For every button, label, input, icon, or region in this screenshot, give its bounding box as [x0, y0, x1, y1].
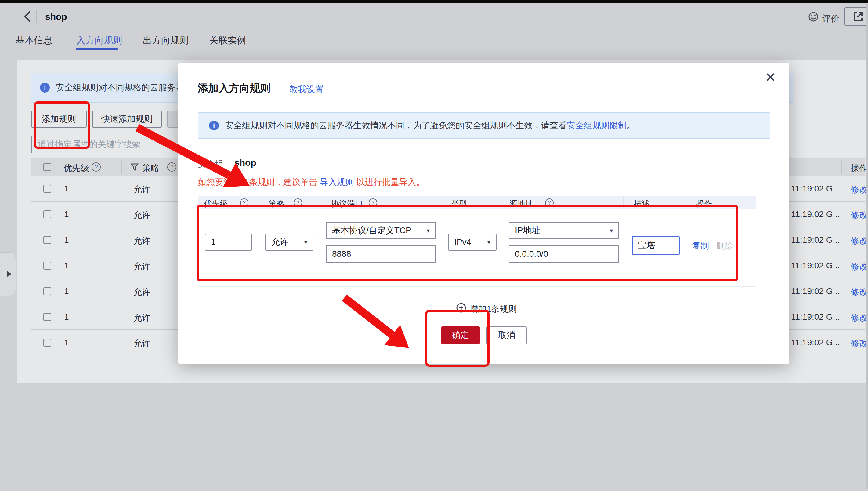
info-icon: i — [40, 83, 50, 92]
source-help-icon[interactable]: ? — [545, 199, 554, 207]
col-priority: 优先级 — [204, 199, 228, 209]
protocol-help-icon[interactable]: ? — [369, 199, 377, 207]
description-value: 宝塔 — [638, 240, 655, 251]
quick-add-rule-button[interactable]: 快速添加规则 — [92, 111, 162, 127]
header-divider — [323, 197, 323, 208]
system-top-bar — [0, 0, 868, 3]
row-time: 11:19:02 G... — [791, 338, 840, 347]
row-modify-link[interactable]: 修改 — [850, 209, 868, 221]
row-priority: 1 — [64, 184, 69, 194]
notice-text: 以进行批量导入。 — [354, 177, 425, 187]
protocol-select[interactable]: 基本协议/自定义TCP ▾ — [326, 222, 436, 239]
chevron-down-icon: ▾ — [304, 238, 307, 246]
row-policy: 允许 — [133, 209, 151, 221]
row-time: 11:19:02 G... — [791, 184, 840, 194]
tab-outbound-rules[interactable]: 出方向规则 — [143, 34, 189, 47]
column-action: 操作 — [850, 163, 868, 174]
row-checkbox[interactable] — [43, 287, 51, 295]
teach-me-link[interactable]: 教我设置 — [289, 84, 323, 95]
row-policy: 允许 — [133, 261, 151, 272]
row-priority: 1 — [64, 312, 69, 322]
col-protocol: 协议端口 — [331, 199, 363, 209]
tab-basic-info[interactable]: 基本信息 — [16, 34, 52, 47]
search-placeholder: 通过指定属性的关键字搜索 — [38, 139, 141, 150]
row-modify-link[interactable]: 修改 — [850, 286, 868, 298]
smiley-icon[interactable] — [808, 11, 818, 22]
row-priority: 1 — [64, 261, 69, 270]
dialog-title: 添加入方向规则 — [198, 81, 271, 95]
notice-text: 如您要添加多条规则，建议单击 — [198, 177, 320, 187]
row-time: 11:19:02 G... — [791, 209, 840, 219]
row-checkbox[interactable] — [43, 262, 51, 270]
type-select[interactable]: IPv4 ▾ — [448, 234, 497, 251]
col-type: 类型 — [451, 199, 467, 209]
close-icon[interactable]: ✕ — [765, 71, 776, 84]
policy-help-icon[interactable]: ? — [293, 199, 302, 207]
dialog-info-banner: i 安全组规则对不同规格的云服务器生效情况不同，为了避免您的安全组规则不生效，请… — [198, 112, 770, 139]
select-all-checkbox[interactable] — [43, 163, 51, 171]
active-tab-underline — [76, 48, 118, 50]
row-checkbox[interactable] — [43, 339, 51, 347]
row-modify-link[interactable]: 修改 — [850, 261, 868, 272]
source-value: 0.0.0.0/0 — [515, 249, 548, 259]
policy-select[interactable]: 允许 ▾ — [265, 234, 313, 251]
row-priority: 1 — [64, 209, 69, 219]
side-drawer-handle[interactable] — [0, 252, 16, 296]
port-value: 8888 — [332, 249, 351, 259]
row-checkbox[interactable] — [43, 313, 51, 321]
import-rules-link[interactable]: 导入规则 — [320, 177, 354, 187]
type-value: IPv4 — [454, 237, 471, 247]
row-time: 11:19:02 G... — [791, 261, 840, 270]
security-group-value: shop — [235, 157, 256, 168]
tab-inbound-rules[interactable]: 入方向规则 — [76, 34, 122, 47]
protocol-value: 基本协议/自定义TCP — [332, 225, 411, 236]
row-modify-link[interactable]: 修改 — [850, 312, 868, 324]
banner-text-after: 。 — [627, 121, 635, 130]
row-policy: 允许 — [133, 338, 151, 349]
feedback-link[interactable]: 评价 — [822, 13, 839, 24]
priority-help-icon[interactable]: ? — [240, 199, 248, 207]
source-input[interactable]: 0.0.0.0/0 — [509, 245, 619, 263]
row-priority: 1 — [64, 235, 69, 245]
row-modify-link[interactable]: 修改 — [850, 184, 868, 196]
page-scrollbar[interactable] — [866, 4, 868, 489]
delete-rule-link[interactable]: 删除 — [716, 240, 733, 252]
row-policy: 允许 — [133, 235, 151, 247]
sg-rule-limit-link[interactable]: 安全组规则限制 — [567, 121, 627, 130]
source-type-select[interactable]: IP地址 ▾ — [509, 222, 619, 239]
add-rule-button[interactable]: 添加规则 — [31, 111, 87, 127]
row-modify-link[interactable]: 修改 — [850, 338, 868, 349]
tab-associated-instances[interactable]: 关联实例 — [209, 34, 246, 47]
priority-help-icon[interactable]: ? — [92, 163, 101, 172]
info-icon: i — [209, 121, 219, 131]
col-source: 源地址 — [509, 199, 533, 209]
row-modify-link[interactable]: 修改 — [850, 235, 868, 247]
priority-input[interactable]: 1 — [205, 234, 252, 251]
col-action: 操作 — [696, 199, 712, 209]
row-bottom-border — [198, 286, 756, 287]
export-button[interactable] — [844, 7, 868, 26]
chevron-down-icon: ▾ — [427, 227, 430, 234]
row-checkbox[interactable] — [43, 236, 51, 244]
description-input[interactable]: 宝塔 — [632, 236, 680, 255]
cancel-button[interactable]: 取消 — [487, 326, 527, 344]
back-button[interactable] — [22, 10, 34, 23]
banner-text-before: 安全组规则对不同规格的云服务器生效情况不同，为了避免您的安全组规则不生效，请查看 — [225, 121, 567, 130]
header-divider — [691, 197, 691, 208]
policy-help-icon[interactable]: ? — [167, 163, 177, 172]
dialog-banner-text: 安全组规则对不同规格的云服务器生效情况不同，为了避免您的安全组规则不生效，请查看… — [225, 120, 635, 131]
add-one-rule-link[interactable]: 增加1条规则 — [469, 303, 517, 315]
row-time: 11:19:02 G... — [791, 286, 840, 296]
filter-icon[interactable] — [131, 163, 138, 171]
col-policy: 策略 — [269, 199, 284, 209]
add-one-rule-icon[interactable] — [456, 303, 466, 313]
copy-rule-link[interactable]: 复制 — [692, 240, 709, 252]
port-input[interactable]: 8888 — [326, 245, 436, 263]
screen: shop 评价 基本信息 入方向规则 出方向规则 关联实例 i 安全组规则对不同… — [0, 0, 868, 491]
header-divider — [507, 197, 507, 208]
row-checkbox[interactable] — [43, 185, 51, 193]
ok-button[interactable]: 确定 — [441, 326, 480, 344]
row-checkbox[interactable] — [43, 210, 51, 218]
chevron-down-icon: ▾ — [610, 227, 613, 234]
text-cursor — [656, 241, 656, 250]
